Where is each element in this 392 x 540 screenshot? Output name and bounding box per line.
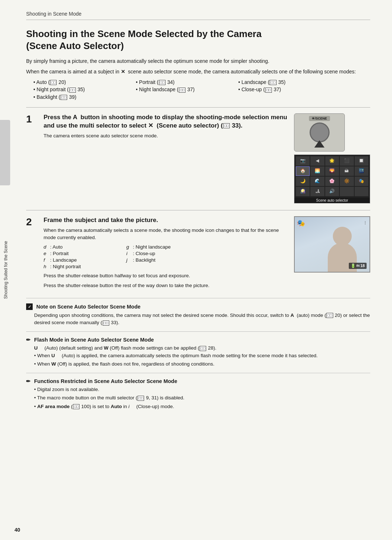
main-title: Shooting in the Scene Mode Selected by t… [26,28,370,52]
scene-auto-selector-label: Scene auto selector [294,198,370,203]
note1-title-text: Note on Scene Auto Selector Scene Mode [36,304,140,310]
checkmark-icon: ✓ [26,303,33,310]
icon-d: d : Auto [44,244,123,250]
step1-images: ✳/SCENE 📷 ◀ [294,113,370,203]
note1-text: Depending upon shooting conditions, the … [34,312,370,327]
step2-body: When the camera automatically selects a … [44,227,288,242]
step2: 2 Frame the subject and take the picture… [26,216,370,291]
icon-g: g : Night landscape [126,244,205,250]
step1-text: Press the A button in shooting mode to d… [44,113,288,142]
note3-bullet1: Digital zoom is not available. [34,386,370,393]
note2-title: ✏ Flash Mode in Scene Auto Selector Scen… [26,337,370,343]
menu-row4: 🎑 🏞 🔊 [296,187,368,196]
step1: 1 Press the A button in shooting mode to… [26,113,370,203]
scene-mode-list: Auto (□□ 20) Portrait (□□ 34) Landscape … [33,79,370,101]
camera-menu-image: 📷 ◀ 🌟 ⬛ 🔲 🏠 🌅 🌄 [294,154,370,203]
side-tab-label: Shooting Suited for the Scene [3,241,8,299]
scene-label-top: ✳/SCENE [309,116,330,121]
side-tab-bar [0,120,10,185]
step2-text: Frame the subject and take the picture. … [44,216,288,291]
scene-mode-nightlandscape: Night landscape (□□ 37) [136,86,237,92]
breadcrumb-text: Shooting in Scene Mode [26,11,82,17]
note3-title-text: Functions Restricted in Scene Auto Selec… [34,378,177,384]
intro-para1: By simply framing a picture, the camera … [26,57,370,65]
intro-para2: When the camera is aimed at a subject in… [26,68,370,76]
viewfinder: 🎭 ⁝ 🔋 IN 18 [294,216,370,273]
divider2 [26,210,370,210]
scene-mode-auto: Auto (□□ 20) [33,79,134,85]
side-tab: Shooting Suited for the Scene [0,0,12,540]
viewfinder-area: 🎭 ⁝ 🔋 IN 18 [294,216,370,273]
note1-box: ✓ Note on Scene Auto Selector Scene Mode… [26,303,370,327]
page-number: 40 [15,527,20,533]
divider3 [26,298,370,298]
vf-counter: 🔋 IN 18 [349,263,367,269]
note2-text: U (Auto) (default setting) and W (Off) f… [34,344,370,352]
pencil-icon2: ✏ [26,378,30,384]
scene-mode-landscape: Landscape (□□ 35) [238,79,339,85]
step2-content: Frame the subject and take the picture. … [44,216,370,291]
vf-dots: ⁝ [364,220,366,226]
step1-title: Press the A button in shooting mode to d… [44,113,288,130]
icon-f: f : Landscape [44,257,123,263]
menu-cell: 📷 [296,156,310,166]
pencil-icon1: ✏ [26,337,30,343]
note3-title: ✏ Functions Restricted in Scene Auto Sel… [26,378,370,384]
step1-content: Press the A button in shooting mode to d… [44,113,370,203]
scene-mode-nightportrait: Night portrait (□□ 35) [33,86,134,92]
note2-title-text: Flash Mode in Scene Auto Selector Scene … [34,337,154,343]
page-header: Shooting in Scene Mode [26,11,370,20]
note3-bullet3: AF area mode (□□ 100) is set to Auto in … [34,403,370,410]
step2-number: 2 [26,217,37,291]
note2-box: ✏ Flash Mode in Scene Auto Selector Scen… [26,337,370,368]
menu-row3: 🌙 🌊 🌸 🔆 🎭 [296,177,368,186]
divider5 [26,373,370,373]
camera-body-illustration: ✳/SCENE [294,113,345,152]
step1-number: 1 [26,114,37,203]
title-line1: Shooting in the Scene Mode Selected by t… [26,28,262,39]
icon-h: h : Night portrait [44,264,123,269]
note2-bullet1: When U (Auto) is applied, the camera aut… [34,352,370,359]
menu-row1: 📷 ◀ 🌟 ⬛ 🔲 [296,156,368,166]
step1-with-image: Press the A button in shooting mode to d… [44,113,370,203]
icon-i: i : Close-up [126,251,205,256]
icon-e: e : Portrait [44,251,123,256]
note3-bullet2: The macro mode button on the multi selec… [34,394,370,402]
note3-box: ✏ Functions Restricted in Scene Auto Sel… [26,378,370,410]
step1-body: The camera enters scene auto selector sc… [44,132,288,140]
camera-menu-grid: 📷 ◀ 🌟 ⬛ 🔲 🏠 🌅 🌄 [294,155,370,198]
scene-mode-backlight: Backlight (□□ 39) [33,94,134,100]
menu-row2: 🏠 🌅 🌄 🏔 🌃 [296,166,368,176]
step2-title: Frame the subject and take the picture. [44,216,288,225]
note2-bullet2: When W (Off) is applied, the flash does … [34,360,370,368]
icon-grid: d : Auto g : Night landscape e : Portrai… [44,244,288,269]
note2-bullets: When U (Auto) is applied, the camera aut… [34,352,370,368]
note1-title: ✓ Note on Scene Auto Selector Scene Mode [26,303,370,310]
scene-mode-closeup: Close-up (□□ 37) [238,86,339,92]
main-content: Shooting in Scene Mode Shooting in the S… [12,0,392,540]
vf-mode-icon: 🎭 [297,219,305,227]
note3-bullets: Digital zoom is not available. The macro… [34,386,370,410]
shutter-text1: Press the shutter-release button halfway… [44,272,288,279]
camera-arrow [314,140,324,148]
divider1 [26,107,370,108]
title-line2: (Scene Auto Selector) [26,40,124,51]
step2-with-image: Frame the subject and take the picture. … [44,216,370,291]
scene-mode-portrait: Portrait (□□ 34) [136,79,237,85]
icon-j: j : Backlight [126,257,205,263]
shutter-text2: Press the shutter-release button the res… [44,282,288,289]
divider4 [26,331,370,332]
page: Shooting Suited for the Scene Shooting i… [0,0,392,540]
camera-lens [310,122,330,142]
